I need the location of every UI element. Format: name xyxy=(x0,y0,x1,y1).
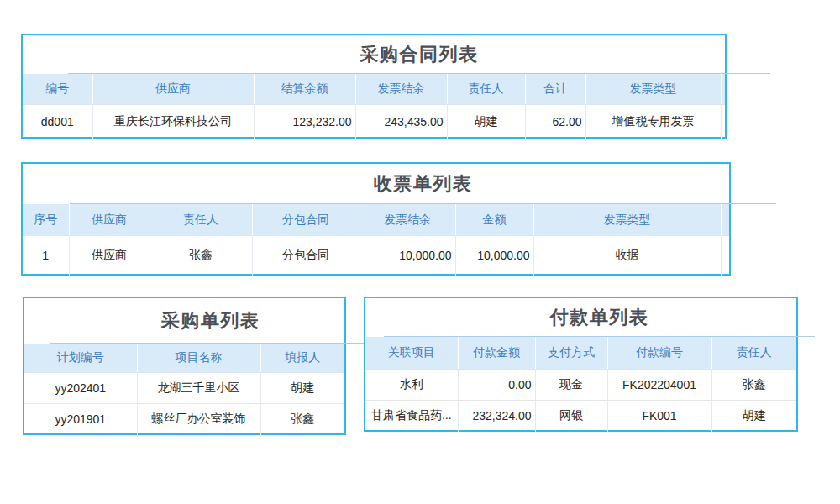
table-cell: 243,435.00 xyxy=(355,105,447,139)
table-cell: 张鑫 xyxy=(260,404,344,435)
table-cell: 胡建 xyxy=(447,105,525,139)
payment-table: 关联项目付款金额支付方式付款编号责任人水利0.00现金FK202204001张鑫… xyxy=(365,337,796,432)
panel-purchase-contract-list: 采购合同列表 编号供应商结算余额发票结余责任人合计发票类型dd001重庆长江环保… xyxy=(21,34,727,139)
receipt-table: 序号供应商责任人分包合同发票结余金额发票类型1供应商张鑫分包合同10,000.0… xyxy=(23,204,729,276)
column-header: 项目名称 xyxy=(137,344,260,373)
table-cell: 62.00 xyxy=(525,105,585,139)
table-cell: 10,000.00 xyxy=(360,236,455,276)
column-header: 付款编号 xyxy=(607,337,711,370)
header-row: 计划编号项目名称填报人 xyxy=(24,344,344,373)
table-cell: 1 xyxy=(23,236,69,276)
column-header: 结算余额 xyxy=(254,74,355,105)
panel-title-payment-list: 付款单列表 xyxy=(384,298,815,337)
table-cell: 水利 xyxy=(365,370,458,401)
panel-title-receipt-list: 收票单列表 xyxy=(70,164,776,204)
table-cell: 甘肃省食品药... xyxy=(365,401,458,432)
table-cell: 张鑫 xyxy=(711,370,796,401)
panel-title-purchase-order-list: 采购单列表 xyxy=(50,298,370,344)
purchase-contract-table: 编号供应商结算余额发票结余责任人合计发票类型dd001重庆长江环保科技公司123… xyxy=(23,74,725,139)
column-header xyxy=(721,74,725,105)
table-cell: 增值税专用发票 xyxy=(585,105,721,139)
table-cell: 0.00 xyxy=(458,370,535,401)
purchase-order-table: 计划编号项目名称填报人yy202401龙湖三千里小区胡建yy201901螺丝厂办… xyxy=(24,344,344,435)
table-cell: dd001 xyxy=(23,105,92,139)
panel-purchase-order-list: 采购单列表 计划编号项目名称填报人yy202401龙湖三千里小区胡建yy2019… xyxy=(23,297,346,435)
column-header: 关联项目 xyxy=(365,337,458,370)
table-cell: 龙湖三千里小区 xyxy=(137,373,260,404)
table-cell: 螺丝厂办公室装饰 xyxy=(137,404,260,435)
header-row: 序号供应商责任人分包合同发票结余金额发票类型 xyxy=(23,204,729,236)
table-row: 水利0.00现金FK202204001张鑫 xyxy=(365,370,796,401)
table-cell: FK202204001 xyxy=(607,370,711,401)
table-cell xyxy=(721,236,729,276)
panel-receipt-list: 收票单列表 序号供应商责任人分包合同发票结余金额发票类型1供应商张鑫分包合同10… xyxy=(21,162,731,276)
column-header: 支付方式 xyxy=(535,337,607,370)
table-row: dd001重庆长江环保科技公司123,232.00243,435.00胡建62.… xyxy=(23,105,725,139)
column-header: 填报人 xyxy=(260,344,344,373)
column-header xyxy=(721,204,729,236)
header-row: 编号供应商结算余额发票结余责任人合计发票类型 xyxy=(23,74,725,105)
table-cell: 分包合同 xyxy=(252,236,360,276)
table-cell: 123,232.00 xyxy=(254,105,355,139)
table-row: yy202401龙湖三千里小区胡建 xyxy=(24,373,344,404)
column-header: 合计 xyxy=(525,74,585,105)
table-cell xyxy=(721,105,725,139)
column-header: 责任人 xyxy=(150,204,252,236)
panel-payment-list: 付款单列表 关联项目付款金额支付方式付款编号责任人水利0.00现金FK20220… xyxy=(364,297,798,432)
table-cell: 张鑫 xyxy=(150,236,252,276)
table-cell: 重庆长江环保科技公司 xyxy=(92,105,254,139)
column-header: 供应商 xyxy=(92,74,254,105)
column-header: 分包合同 xyxy=(252,204,360,236)
column-header: 编号 xyxy=(23,74,92,105)
column-header: 发票类型 xyxy=(533,204,721,236)
column-header: 金额 xyxy=(455,204,533,236)
panel-title-purchase-contract-list: 采购合同列表 xyxy=(68,35,770,74)
column-header: 发票结余 xyxy=(360,204,455,236)
header-row: 关联项目付款金额支付方式付款编号责任人 xyxy=(365,337,796,370)
column-header: 责任人 xyxy=(447,74,525,105)
table-cell: 供应商 xyxy=(69,236,150,276)
table-row: 甘肃省食品药...232,324.00网银FK001胡建 xyxy=(365,401,796,432)
table-row: 1供应商张鑫分包合同10,000.0010,000.00收据 xyxy=(23,236,729,276)
column-header: 发票结余 xyxy=(355,74,447,105)
table-cell: 232,324.00 xyxy=(458,401,535,432)
table-cell: 收据 xyxy=(533,236,721,276)
table-cell: FK001 xyxy=(607,401,711,432)
table-cell: 网银 xyxy=(535,401,607,432)
table-cell: 胡建 xyxy=(260,373,344,404)
column-header: 发票类型 xyxy=(585,74,721,105)
table-cell: yy201901 xyxy=(24,404,137,435)
table-cell: 现金 xyxy=(535,370,607,401)
column-header: 序号 xyxy=(23,204,69,236)
table-row: yy201901螺丝厂办公室装饰张鑫 xyxy=(24,404,344,435)
column-header: 计划编号 xyxy=(24,344,137,373)
column-header: 付款金额 xyxy=(458,337,535,370)
column-header: 责任人 xyxy=(711,337,796,370)
table-cell: yy202401 xyxy=(24,373,137,404)
table-cell: 胡建 xyxy=(711,401,796,432)
column-header: 供应商 xyxy=(69,204,150,236)
table-cell: 10,000.00 xyxy=(455,236,533,276)
